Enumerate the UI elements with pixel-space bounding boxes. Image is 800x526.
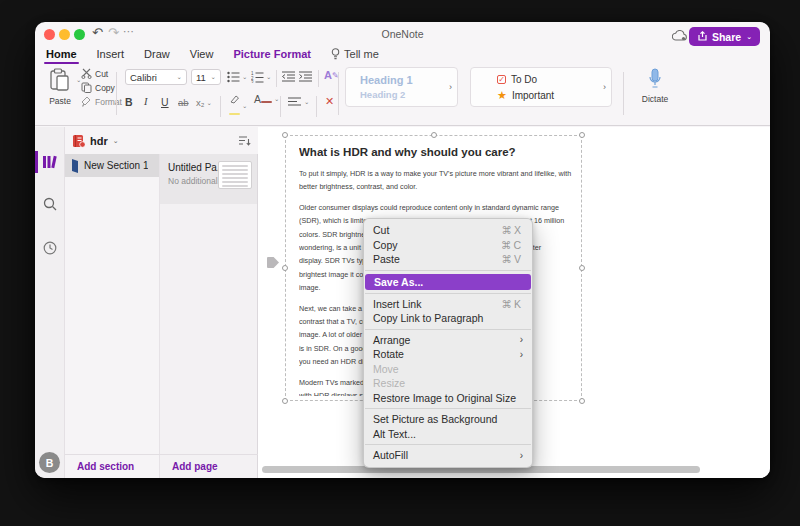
share-icon — [697, 31, 708, 42]
font-color-button[interactable]: A ⌄ — [254, 94, 279, 104]
sync-cloud-icon — [672, 30, 688, 41]
tab-insert[interactable]: Insert — [97, 48, 125, 64]
paragraph-alignment-button[interactable]: ⌄ — [288, 97, 309, 107]
copy-button[interactable]: Copy — [81, 82, 115, 93]
bullet-list-button[interactable]: ⌄ — [227, 71, 247, 83]
menu-item-paste[interactable]: Paste⌘V — [364, 252, 532, 267]
section-item-new-section-1[interactable]: New Section 1 — [65, 154, 159, 177]
menu-item-set-picture-as-background[interactable]: Set Picture as Background — [364, 412, 532, 427]
tab-draw[interactable]: Draw — [144, 48, 170, 64]
submenu-arrow-icon: › — [520, 334, 523, 345]
copy-icon — [81, 82, 92, 93]
highlight-color-button[interactable]: ⌄ — [228, 95, 247, 117]
italic-button[interactable]: I — [144, 96, 148, 107]
text-styles-icon[interactable]: A✎ — [324, 69, 339, 81]
tab-picture-format[interactable]: Picture Format — [233, 48, 311, 64]
submenu-arrow-icon: › — [520, 349, 523, 360]
menu-item-move: Move — [364, 362, 532, 377]
lightbulb-icon — [331, 48, 340, 60]
menu-separator — [365, 408, 531, 409]
notebook-icon — [72, 134, 85, 148]
numbered-list-button[interactable]: 123 ⌄ — [251, 71, 271, 83]
svg-text:3: 3 — [251, 80, 254, 84]
menu-separator — [365, 444, 531, 445]
menu-separator — [365, 293, 531, 294]
notebooks-icon[interactable] — [35, 149, 64, 175]
menu-item-rotate[interactable]: Rotate› — [364, 347, 532, 362]
section-list: New Section 1 Add section — [65, 154, 160, 478]
microphone-icon — [648, 68, 662, 90]
add-page-button[interactable]: Add page — [160, 454, 258, 478]
menu-item-cut[interactable]: Cut⌘X — [364, 223, 532, 238]
add-section-button[interactable]: Add section — [65, 454, 160, 478]
menu-item-save-as[interactable]: Save As... — [365, 274, 531, 290]
notebook-switcher[interactable]: hdr ⌄ — [65, 127, 258, 154]
menu-separator — [365, 329, 531, 330]
menu-item-copy-link-to-paragraph[interactable]: Copy Link to Paragraph — [364, 311, 532, 326]
window-title: OneNote — [35, 28, 770, 40]
tab-view[interactable]: View — [190, 48, 214, 64]
menu-item-insert-link[interactable]: Insert Link⌘K — [364, 297, 532, 312]
strikethrough-button[interactable]: ab — [178, 97, 189, 108]
paragraph-handle[interactable] — [267, 257, 279, 268]
dictate-button[interactable]: Dictate — [635, 68, 675, 104]
resize-handle-w[interactable] — [282, 265, 288, 271]
style-heading2[interactable]: Heading 2 — [360, 89, 405, 100]
menu-item-autofill[interactable]: AutoFill› — [364, 448, 532, 463]
todo-checkbox-icon: ✓ — [497, 75, 506, 84]
menu-item-resize: Resize — [364, 376, 532, 391]
page-item-untitled[interactable]: Untitled Pa... No additional... — [160, 154, 257, 204]
resize-handle-ne[interactable] — [579, 132, 585, 138]
submenu-arrow-icon: › — [520, 450, 523, 461]
tag-gallery[interactable]: ✓ To Do ★ Important › — [470, 67, 612, 107]
resize-handle-sw[interactable] — [282, 398, 288, 404]
page-thumbnail — [218, 161, 252, 189]
page-canvas[interactable]: What is HDR and why should you care? To … — [258, 127, 770, 478]
context-menu: Cut⌘XCopy⌘CPaste⌘VSave As...Insert Link⌘… — [363, 218, 533, 468]
font-name-select[interactable]: Calibri⌄ — [125, 69, 187, 85]
tag-important[interactable]: ★ Important — [497, 88, 554, 103]
tab-home[interactable]: Home — [46, 48, 77, 64]
increase-indent-icon[interactable] — [299, 71, 312, 82]
titlebar: ↶ ↷ ⋯ OneNote Share ⌄ — [35, 22, 770, 46]
decrease-indent-icon[interactable] — [282, 71, 295, 82]
article-paragraph: To put it simply, HDR is a way to make y… — [299, 167, 573, 194]
gallery-more-icon[interactable]: › — [603, 82, 606, 92]
search-icon[interactable] — [35, 191, 64, 217]
section-icon — [71, 159, 79, 173]
tag-todo[interactable]: ✓ To Do — [497, 72, 537, 87]
recent-notes-icon[interactable] — [35, 235, 64, 261]
underline-button[interactable]: U — [161, 96, 169, 108]
chevron-down-icon: ⌄ — [113, 137, 119, 145]
scissors-icon — [81, 68, 92, 79]
resize-handle-n[interactable] — [431, 132, 437, 138]
font-size-select[interactable]: 11⌄ — [191, 69, 221, 85]
heading-styles-gallery[interactable]: Heading 1 Heading 2 › — [345, 67, 458, 107]
style-heading1[interactable]: Heading 1 — [360, 74, 413, 86]
menu-item-copy[interactable]: Copy⌘C — [364, 238, 532, 253]
cut-button[interactable]: Cut — [81, 68, 108, 79]
format-brush-icon — [81, 96, 92, 107]
article-title: What is HDR and why should you care? — [299, 146, 573, 158]
onenote-window: ↶ ↷ ⋯ OneNote Share ⌄ Home Insert Draw V… — [35, 22, 770, 478]
resize-handle-se[interactable] — [579, 398, 585, 404]
tab-tell-me[interactable]: Tell me — [331, 48, 379, 64]
star-icon: ★ — [497, 89, 507, 102]
clear-formatting-button[interactable]: ✕ — [325, 95, 334, 108]
subscript-button[interactable]: x₂⌄ — [196, 97, 212, 108]
align-icon — [288, 97, 301, 107]
numbered-list-icon: 123 — [251, 71, 264, 83]
gallery-more-icon[interactable]: › — [449, 82, 452, 92]
resize-handle-nw[interactable] — [282, 132, 288, 138]
resize-handle-e[interactable] — [579, 265, 585, 271]
menu-item-restore-image-to-original-size[interactable]: Restore Image to Original Size — [364, 391, 532, 406]
menu-item-arrange[interactable]: Arrange› — [364, 333, 532, 348]
bold-button[interactable]: B — [125, 96, 133, 108]
sort-icon[interactable] — [238, 135, 251, 147]
account-avatar[interactable]: B — [39, 452, 60, 473]
paste-button[interactable]: Paste — [43, 68, 77, 106]
share-button[interactable]: Share ⌄ — [689, 27, 760, 46]
menu-item-alt-text[interactable]: Alt Text... — [364, 427, 532, 442]
chevron-down-icon: ⌄ — [746, 33, 752, 41]
bullet-list-icon — [227, 71, 240, 83]
